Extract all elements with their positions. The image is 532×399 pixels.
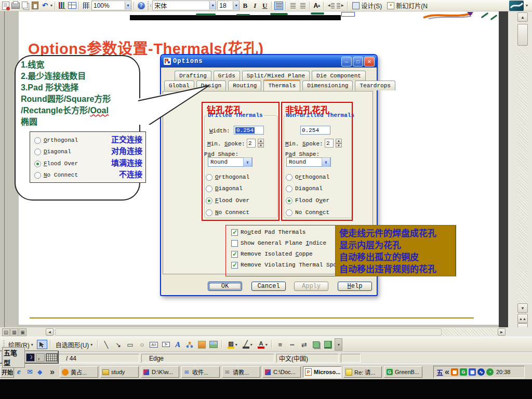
paste-icon[interactable] [31,2,39,10]
radio-icon[interactable] [34,161,41,167]
indent-increase-icon[interactable]: ► [336,2,345,10]
increase-font-icon[interactable]: A▴ [312,2,321,10]
taskbar-item[interactable]: ✉请教... [222,366,260,378]
radio-diagonal[interactable]: Diagonal [34,148,71,156]
arrow-icon[interactable]: ↘ [113,340,123,349]
undo-dropdown-icon[interactable]: ▾ [50,3,52,8]
taskbar-item-active[interactable]: PMicroso... [303,366,341,378]
taskbar-item[interactable]: C:\Doc... [262,366,301,378]
font-select[interactable]: 宋体▼ [152,1,216,10]
tray-grid-icon[interactable]: ▦ [451,368,458,376]
ime-keyboard-icon[interactable] [46,353,58,362]
scroll-down-icon[interactable]: ▼ [517,303,528,313]
chevron-down-icon[interactable]: ▼ [209,2,216,9]
checkbox-remove-isolated-copper[interactable]: Remove Isolated Coppe [231,250,313,258]
checkbox-icon[interactable] [231,262,238,269]
bold-button[interactable]: B [241,2,249,10]
underline-button[interactable]: U [260,2,269,10]
cancel-button[interactable]: Cancel [251,282,286,291]
align-left-button[interactable] [274,2,283,10]
help-button[interactable]: Help [338,282,372,291]
table-icon[interactable] [68,2,76,10]
autoshapes-button[interactable]: 自选图形(U)▾ [54,340,95,350]
taskbar-item[interactable]: ✉收件... [181,366,220,378]
taskbar-item[interactable]: D:\K\w... [141,366,179,378]
clip-art-icon[interactable] [196,340,207,349]
3d-style-icon[interactable] [323,340,333,349]
design-button[interactable]: 设计(S) [350,1,384,10]
outlook-express-icon[interactable]: ✉ [27,368,33,376]
vertical-scrollbar-thumb[interactable] [517,24,528,46]
tab-teardrops[interactable]: Teardrops [355,81,395,90]
radio-icon[interactable] [34,137,41,144]
checkbox-show-general-plane-indices[interactable]: Show General Plane Indice [231,240,326,247]
checkbox-routed-pad-thermals[interactable]: Routed Pad Thermals [231,229,305,236]
tab-dimensioning[interactable]: Dimensioning [302,81,353,90]
checkbox-remove-violating-thermal-spokes[interactable]: Remove Violating Thermal Spok [231,261,340,269]
tray-green-icon[interactable]: G [460,368,467,376]
taskbar-item[interactable]: study [100,366,139,378]
radio-orthogonal[interactable]: Orthogonal [34,136,78,144]
font-size-select[interactable]: 18▼ [217,1,240,10]
chart-icon[interactable] [58,2,66,10]
tab-thermals[interactable]: Thermals [263,79,300,91]
messenger-icon[interactable]: ◆ [37,368,42,376]
clock[interactable]: 20:38 [496,369,511,375]
ime-punctuation-icon[interactable]: ， [36,353,45,362]
italic-button[interactable]: I [250,2,259,10]
indent-decrease-icon[interactable]: ◄ [326,2,335,10]
tray-collapse-icon[interactable]: « [445,367,449,377]
radio-icon[interactable] [34,149,41,155]
select-arrow-icon[interactable] [37,340,47,349]
toolbar-grip[interactable] [147,2,149,10]
previous-slide-icon[interactable]: ▲▲ [517,314,528,323]
new-slide-button[interactable]: ✦新幻灯片(N [385,1,430,10]
checkbox-icon[interactable] [231,251,238,258]
grid-icon[interactable] [82,2,90,10]
ime-name-button[interactable]: 五笔型 [2,347,25,368]
tray-scheduler-icon[interactable]: ◔ [486,368,494,376]
text-box-icon[interactable]: A≡ [149,340,159,349]
print-icon[interactable] [11,2,20,10]
tab-routing[interactable]: Routing [228,81,261,90]
wubi-ime-icon[interactable]: 五 [436,367,443,377]
toolbar-options-icon[interactable]: ▾ [526,3,528,8]
start-button[interactable]: 开始 [0,366,14,378]
chevron-down-icon[interactable]: ▼ [125,2,131,9]
line-icon[interactable]: ╲ [101,340,111,349]
tab-die-component[interactable]: Die Component [312,71,366,81]
ime-mode-icon[interactable]: ☽ [26,353,35,362]
shadow-style-icon[interactable] [311,340,321,349]
minimize-button[interactable]: ─ [341,57,352,66]
rectangle-icon[interactable]: ▭ [125,340,135,349]
toolbar-overflow-icon[interactable]: ▾ [335,338,342,351]
font-color-icon[interactable]: A▾ [255,340,269,349]
checkbox-icon[interactable] [231,240,238,247]
scroll-left-icon[interactable]: ◄ [46,328,54,336]
ok-button[interactable]: OK [208,282,242,291]
scroll-up-icon[interactable]: ▲ [517,12,528,22]
maximize-button[interactable]: □ [353,57,363,66]
undo-icon[interactable]: ↶ [41,2,49,10]
vertical-scrollbar-track[interactable] [517,34,528,314]
numbering-icon[interactable] [288,2,297,10]
close-button[interactable]: ✕ [364,57,375,66]
dash-style-icon[interactable]: ┅ [287,340,297,349]
horizontal-scrollbar-thumb[interactable] [55,328,442,336]
radio-flood-over[interactable]: Flood Over [34,159,78,168]
internet-explorer-icon[interactable]: e [17,367,21,376]
bullets-icon[interactable] [298,2,307,10]
tray-network-icon[interactable]: ∿ [477,368,485,376]
taskbar-item[interactable]: Re: 请... [343,366,382,378]
new-document-icon[interactable] [1,2,10,10]
language-segment[interactable]: 中文(中国) [276,354,339,363]
design-template-segment[interactable]: Edge [141,354,274,363]
picture-icon[interactable] [208,340,219,349]
copy-icon[interactable] [21,2,30,10]
normal-view-icon[interactable]: ▤ [2,328,10,336]
taskbar-item[interactable]: 黄占... [60,366,98,378]
apply-button[interactable]: Apply [294,282,328,291]
help-icon[interactable]: ? [137,2,145,10]
chevron-down-icon[interactable]: ▼ [233,2,239,9]
oval-icon[interactable]: ○ [137,340,147,349]
